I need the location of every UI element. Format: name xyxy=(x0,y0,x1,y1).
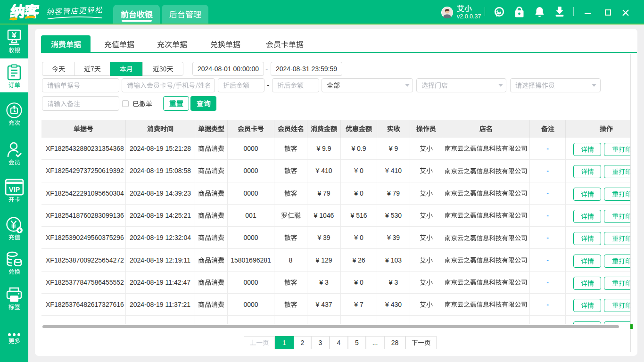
svg-text:VIP: VIP xyxy=(8,186,20,193)
